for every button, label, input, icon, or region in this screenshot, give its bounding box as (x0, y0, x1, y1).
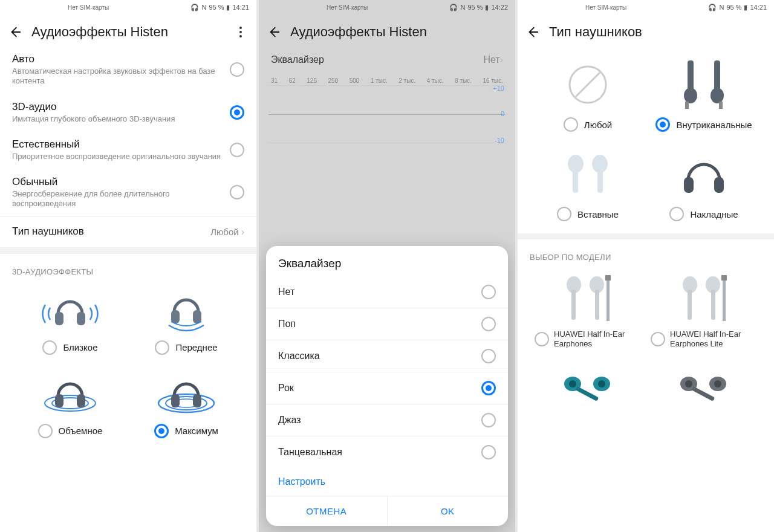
eq-opt-dance[interactable]: Танцевальная (266, 436, 508, 468)
svg-rect-6 (55, 394, 63, 407)
svg-rect-22 (573, 169, 578, 193)
cancel-button[interactable]: ОТМЕНА (266, 496, 388, 526)
svg-rect-30 (595, 290, 599, 320)
back-button[interactable] (526, 25, 539, 39)
status-bar: Нет SIM-карты 🎧N95 %▮14:21 (0, 0, 256, 15)
svg-rect-37 (723, 277, 726, 321)
svg-rect-12 (193, 394, 201, 407)
section-3d-effects: 3D-АУДИОЭФФЕКТЫ (0, 254, 256, 281)
model-huawei-half-inear[interactable]: HUAWEI Half In-Ear Earphones (530, 267, 646, 353)
headphone-type-row[interactable]: Тип наушников Любой › (0, 216, 256, 248)
back-button[interactable] (8, 25, 22, 39)
eq-opt-jazz[interactable]: Джаз (266, 404, 508, 436)
svg-rect-0 (55, 312, 63, 325)
fx-close[interactable]: Близкое (12, 281, 128, 360)
svg-rect-25 (684, 177, 694, 193)
screen-equalizer: Нет SIM-карты 🎧N95 %▮14:22 Аудиоэффекты … (259, 0, 515, 532)
svg-rect-11 (171, 394, 180, 407)
fx-front[interactable]: Переднее (128, 281, 244, 360)
svg-rect-3 (193, 310, 201, 323)
ok-button[interactable]: OK (388, 496, 509, 526)
hp-type-inear[interactable]: Внутриканальные (646, 52, 762, 137)
svg-point-18 (711, 88, 724, 103)
hp-type-earbud[interactable]: Вставные (530, 141, 646, 226)
screen-headphone-type: Нет SIM-карты 🎧N95 %▮14:21 Тип наушников… (518, 0, 774, 532)
hp-type-any[interactable]: Любой (530, 52, 646, 137)
svg-rect-34 (688, 290, 692, 320)
status-bar: Нет SIM-карты 🎧N95 %▮14:21 (518, 0, 774, 15)
chevron-right-icon: › (241, 227, 244, 238)
radio[interactable] (230, 62, 244, 77)
mode-natural[interactable]: ЕстественныйПриоритетное воспроизведение… (0, 131, 256, 169)
section-models: ВЫБОР ПО МОДЕЛИ (518, 239, 774, 267)
svg-rect-7 (77, 394, 85, 407)
mode-auto[interactable]: АвтоАвтоматическая настройка звуковых эф… (0, 46, 256, 94)
eq-opt-none[interactable]: Нет (266, 276, 508, 308)
radio[interactable] (230, 185, 244, 199)
svg-point-16 (684, 88, 697, 103)
screen-audio-effects: Нет SIM-карты 🎧N95 %▮14:21 Аудиоэффекты … (0, 0, 256, 532)
svg-rect-20 (719, 102, 723, 109)
radio[interactable] (230, 143, 244, 157)
eq-customize[interactable]: Настроить (266, 468, 508, 496)
svg-line-14 (576, 73, 600, 97)
model-teal-earbuds[interactable] (530, 358, 646, 426)
eq-opt-rock[interactable]: Рок (266, 372, 508, 404)
radio[interactable] (230, 105, 244, 120)
svg-rect-38 (721, 275, 727, 281)
mode-normal[interactable]: ОбычныйЭнергосбережение для более длител… (0, 169, 256, 216)
svg-rect-1 (77, 312, 85, 325)
svg-rect-24 (597, 169, 603, 193)
eq-opt-pop[interactable]: Поп (266, 308, 508, 340)
hp-type-overear[interactable]: Накладные (646, 141, 762, 226)
model-gray-earbuds[interactable] (646, 358, 762, 426)
svg-rect-36 (711, 290, 715, 320)
svg-rect-26 (714, 177, 724, 193)
svg-rect-31 (607, 277, 610, 321)
svg-point-40 (569, 380, 576, 388)
more-menu[interactable] (233, 27, 248, 37)
svg-rect-2 (171, 310, 180, 323)
fx-max[interactable]: Максимум (128, 365, 244, 443)
svg-point-45 (685, 380, 692, 388)
eq-opt-classic[interactable]: Классика (266, 340, 508, 372)
mode-3d[interactable]: 3D-аудиоИмитация глубокого объемного 3D-… (0, 94, 256, 131)
page-title: Тип наушников (549, 24, 766, 40)
svg-rect-19 (685, 102, 689, 109)
svg-rect-28 (571, 290, 576, 320)
model-huawei-half-inear-lite[interactable]: HUAWEI Half In-Ear Earphones Lite (646, 267, 762, 353)
fx-surround[interactable]: Объемное (12, 365, 128, 443)
svg-rect-32 (605, 275, 611, 281)
equalizer-dialog: Эквалайзер Нет Поп Классика Рок Джаз Тан… (266, 246, 508, 526)
svg-point-43 (598, 380, 605, 388)
svg-point-48 (714, 380, 721, 388)
page-title: Аудиоэффекты Histen (31, 24, 224, 40)
